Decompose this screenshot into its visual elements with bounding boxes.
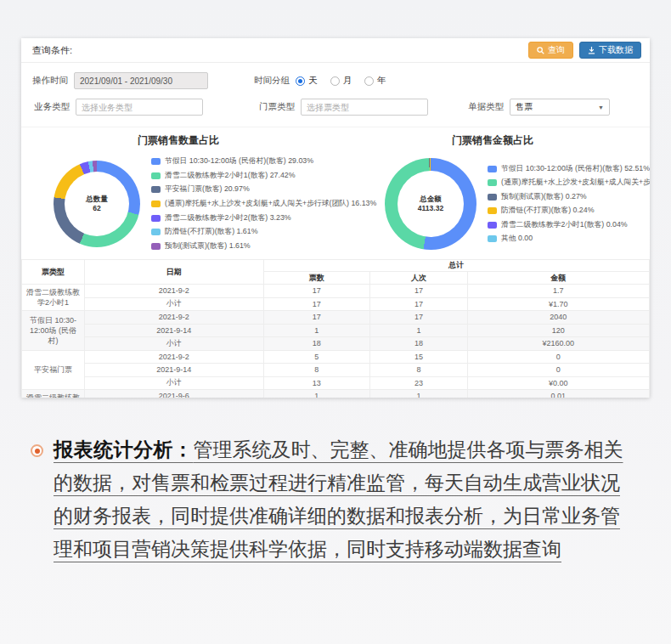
legend-swatch (151, 158, 161, 165)
table-cell: 2021-9-2 (84, 311, 263, 325)
doc-type-select[interactable]: 售票 ▼ (510, 99, 610, 116)
ticket-type-cell: 滑雪二级教练教学2小时1 (22, 285, 85, 311)
table-cell: 17 (370, 297, 468, 311)
legend-swatch (488, 235, 497, 242)
note-text: 报表统计分析：管理系统及时、完整、准确地提供各项与票务相关的数据，对售票和检票过… (54, 433, 639, 566)
table-cell: ¥1.70 (467, 297, 649, 311)
legend-label: 其他 0.00 (501, 234, 533, 244)
table-cell: 1 (370, 390, 468, 398)
query-condition-label: 查询条件: (32, 44, 72, 57)
table-cell: 2021-9-14 (84, 324, 263, 337)
legend-item[interactable]: 防滑链(不打票)(散客) 0.24% (488, 206, 650, 216)
table-cell: 1 (263, 390, 370, 398)
legend-item[interactable]: 滑雪二级教练教学2小时1(散客) 0.04% (488, 220, 650, 230)
legend-label: 节假日 10:30-12:00场 (民俗村)(散客) 52.51% (501, 164, 650, 174)
legend-label: 预制(测试票)(散客) 1.61% (165, 241, 251, 251)
table-cell: 17 (370, 285, 468, 298)
col-header-count: 票数 (263, 272, 370, 285)
legend-item[interactable]: 其他 0.00 (488, 234, 650, 244)
summary-table: 票类型 日期 总计 票数 人次 金额 滑雪二级教练教学2小时12021-9-21… (21, 259, 650, 398)
amount-pie-chart: 门票销售金额占比 总金额 4113.32 节假日 10:30-12:00场 (民… (336, 127, 650, 258)
legend-item[interactable]: 预制(测试票)(散客) 0.27% (488, 192, 650, 202)
table-row: 平安福门票2021-9-25150 (22, 350, 650, 364)
col-header-date: 日期 (84, 260, 263, 285)
operate-time-label: 操作时间 (32, 75, 68, 87)
table-cell: 120 (467, 324, 649, 337)
donut-center-text: 总数量 62 (54, 161, 140, 247)
col-header-total: 总计 (263, 260, 650, 272)
legend-swatch (488, 207, 497, 214)
legend-swatch (151, 186, 161, 193)
quantity-pie-chart: 门票销售数量占比 总数量 62 节假日 10:30-12:00场 (民俗村)(散… (21, 127, 336, 258)
legend-label: (通票)摩托艇+水上沙发+皮划艇+成人闯关+步行球(团队) 46.94% (501, 178, 650, 188)
ticket-type-label: 门票类型 (259, 101, 295, 113)
table-cell: 17 (263, 285, 370, 298)
time-group-label: 时间分组 (254, 75, 290, 87)
legend-swatch (488, 179, 497, 186)
donut-ring: 总数量 62 (54, 161, 140, 247)
table-cell: 17 (263, 311, 370, 325)
table-cell: 0 (467, 364, 649, 377)
radio-year[interactable]: 年 (364, 75, 386, 87)
download-icon (588, 47, 595, 54)
table-cell: 小计 (84, 337, 263, 351)
table-cell: 小计 (84, 376, 263, 390)
chevron-down-icon: ▼ (598, 105, 604, 110)
table-cell: 1 (263, 324, 370, 337)
table-row: 小计1818¥2160.00 (22, 337, 650, 351)
table-row: 节假日 10:30-12:00场 (民俗村)2021-9-217172040 (22, 311, 650, 325)
ticket-type-input[interactable] (301, 99, 428, 116)
table-cell: 18 (370, 337, 468, 351)
table-cell: 13 (263, 376, 370, 390)
radio-day-circle (296, 76, 305, 86)
legend-item[interactable]: 节假日 10:30-12:00场 (民俗村)(散客) 52.51% (488, 164, 650, 174)
business-type-label: 业务类型 (34, 101, 70, 113)
legend-label: 滑雪二级教练教学2小时1(散客) 27.42% (165, 171, 296, 181)
legend-swatch (488, 166, 497, 172)
chart-title: 门票销售数量占比 (21, 133, 336, 148)
table-cell: 2021-9-2 (84, 285, 263, 298)
table-cell: 2021-9-6 (84, 390, 263, 398)
chart-legend: 节假日 10:30-12:00场 (民俗村)(散客) 52.51%(通票)摩托艇… (488, 160, 650, 248)
table-row: 小计1323¥0.00 (22, 376, 650, 390)
legend-label: 滑雪二级教练教学2小时1(散客) 0.04% (501, 220, 628, 230)
legend-swatch (488, 194, 497, 201)
table-cell: 小计 (84, 297, 263, 311)
radio-day[interactable]: 天 (296, 75, 318, 87)
report-analysis-note: 报表统计分析：管理系统及时、完整、准确地提供各项与票务相关的数据，对售票和检票过… (31, 433, 639, 566)
ticket-type-cell: 平安福门票 (22, 350, 85, 390)
legend-label: 预制(测试票)(散客) 0.27% (501, 192, 587, 202)
radio-month[interactable]: 月 (330, 75, 352, 87)
legend-swatch (151, 215, 161, 222)
table-cell: ¥0.00 (467, 376, 649, 390)
table-cell: 17 (263, 297, 370, 311)
charts-section: 门票销售数量占比 总数量 62 节假日 10:30-12:00场 (民俗村)(散… (21, 127, 650, 258)
table-cell: ¥2160.00 (467, 337, 649, 351)
operate-time-input[interactable] (74, 72, 208, 89)
table-cell: 2040 (467, 311, 649, 325)
col-header-persons: 人次 (370, 272, 468, 285)
legend-swatch (488, 222, 497, 229)
donut-ring: 总金额 4113.32 (385, 158, 476, 250)
legend-swatch (151, 172, 161, 179)
table-cell: 8 (263, 364, 370, 377)
doc-type-label: 单据类型 (468, 101, 504, 113)
table-cell: 1 (370, 324, 468, 337)
table-cell: 17 (370, 311, 468, 325)
table-cell: 0.01 (467, 390, 649, 398)
business-type-input[interactable] (76, 99, 203, 116)
legend-label: 防滑链(不打票)(散客) 0.24% (501, 206, 594, 216)
legend-swatch (151, 243, 161, 250)
legend-label: 滑雪二级教练教学2小时2(散客) 3.23% (165, 213, 291, 223)
chart-title: 门票销售金额占比 (336, 133, 650, 148)
legend-swatch (151, 229, 161, 235)
legend-item[interactable]: (通票)摩托艇+水上沙发+皮划艇+成人闯关+步行球(团队) 46.94% (488, 178, 650, 188)
table-row: 滑雪二级教练教学2小时2021-9-6110.01 (22, 390, 650, 398)
table-cell: 2021-9-14 (84, 364, 263, 377)
table-cell: 15 (370, 350, 468, 364)
table-header: 票类型 日期 总计 票数 人次 金额 (22, 260, 650, 285)
download-data-button[interactable]: 下载数据 (579, 42, 641, 59)
search-button[interactable]: 查询 (528, 42, 573, 59)
table-row: 小计1717¥1.70 (22, 297, 650, 311)
table-cell: 1.7 (467, 285, 649, 298)
